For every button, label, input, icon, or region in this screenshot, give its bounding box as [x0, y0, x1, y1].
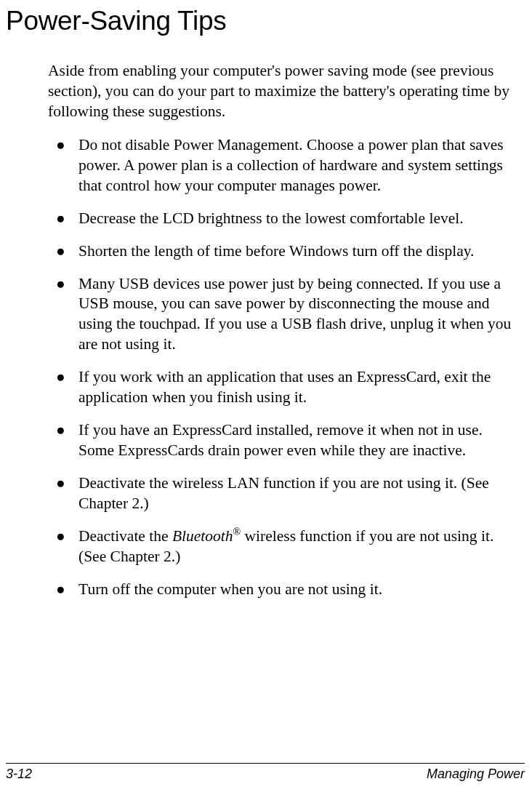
tip-text: If you have an ExpressCard installed, re…: [78, 420, 520, 461]
tip-text: Do not disable Power Management. Choose …: [78, 135, 520, 196]
list-item: ●Do not disable Power Management. Choose…: [48, 135, 520, 196]
list-item: ●Deactivate the wireless LAN function if…: [48, 473, 520, 514]
tip-text: Turn off the computer when you are not u…: [78, 580, 520, 600]
bullet-icon: ●: [48, 473, 78, 493]
page-heading: Power-Saving Tips: [6, 6, 525, 36]
bullet-icon: ●: [48, 420, 78, 440]
bullet-icon: ●: [48, 274, 78, 294]
intro-paragraph: Aside from enabling your computer's powe…: [48, 61, 520, 122]
bullet-icon: ●: [48, 241, 78, 261]
bullet-icon: ●: [48, 209, 78, 228]
document-page: Power-Saving Tips Aside from enabling yo…: [0, 0, 532, 600]
list-item: ●Shorten the length of time before Windo…: [48, 241, 520, 262]
list-item: ●Turn off the computer when you are not …: [48, 580, 520, 600]
bullet-icon: ●: [48, 367, 78, 387]
tip-text: If you work with an application that use…: [78, 367, 520, 408]
tip-text: Shorten the length of time before Window…: [78, 241, 520, 262]
list-item: ●Decrease the LCD brightness to the lowe…: [48, 209, 520, 229]
tips-list: ●Do not disable Power Management. Choose…: [48, 135, 520, 600]
bullet-icon: ●: [48, 135, 78, 155]
list-item: ●Deactivate the Bluetooth® wireless func…: [48, 527, 520, 567]
bullet-icon: ●: [48, 580, 78, 599]
section-name: Managing Power: [427, 767, 525, 782]
list-item: ●If you work with an application that us…: [48, 367, 520, 408]
bullet-icon: ●: [48, 527, 78, 546]
tip-text: Many USB devices use power just by being…: [78, 274, 520, 356]
tip-text: Deactivate the wireless LAN function if …: [78, 473, 520, 514]
list-item: ●Many USB devices use power just by bein…: [48, 274, 520, 356]
tip-text: Decrease the LCD brightness to the lowes…: [78, 209, 520, 229]
tip-text: Deactivate the Bluetooth® wireless funct…: [78, 527, 520, 567]
page-number: 3-12: [6, 767, 32, 782]
list-item: ●If you have an ExpressCard installed, r…: [48, 420, 520, 461]
page-footer: 3-12 Managing Power: [6, 763, 525, 782]
